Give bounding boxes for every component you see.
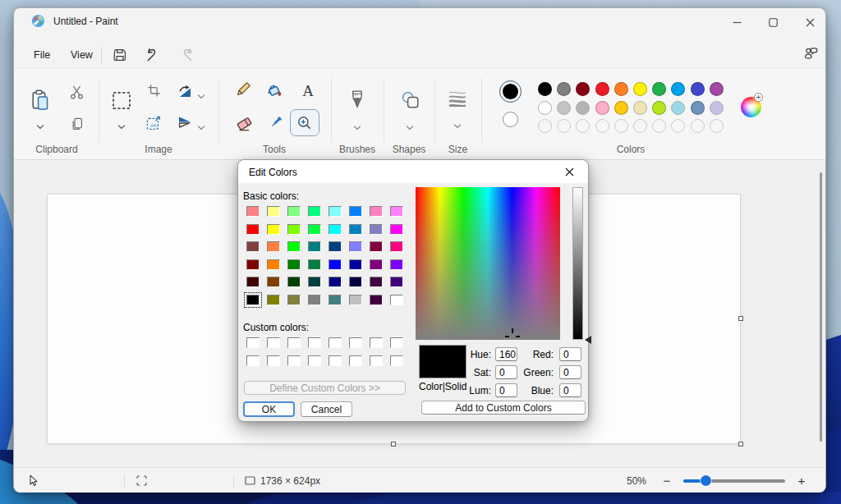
custom-color-swatch[interactable]	[329, 355, 342, 366]
zoom-out-button[interactable]: −	[659, 468, 675, 493]
basic-color-swatch[interactable]	[329, 295, 342, 305]
close-button[interactable]	[791, 8, 829, 36]
select-button[interactable]	[113, 92, 131, 109]
select-dropdown-chevron[interactable]	[117, 118, 126, 123]
basic-color-swatch[interactable]	[267, 259, 280, 270]
basic-color-swatch[interactable]	[349, 224, 362, 235]
basic-color-swatch[interactable]	[267, 241, 280, 252]
palette-color-swatch[interactable]	[614, 119, 628, 133]
basic-color-swatch[interactable]	[329, 277, 342, 287]
basic-color-swatch[interactable]	[246, 206, 260, 217]
brushes-button[interactable]	[348, 90, 366, 108]
palette-color-swatch[interactable]	[691, 119, 705, 133]
basic-color-swatch[interactable]	[370, 206, 383, 217]
basic-color-swatch[interactable]	[390, 206, 403, 217]
sat-input[interactable]: 0	[495, 365, 517, 379]
flip-dropdown-chevron[interactable]	[197, 119, 205, 124]
basic-color-swatch[interactable]	[308, 224, 321, 235]
basic-color-swatch[interactable]	[370, 295, 383, 305]
hue-input[interactable]: 160	[495, 347, 517, 361]
basic-color-swatch[interactable]	[329, 206, 342, 217]
undo-button[interactable]	[145, 47, 160, 62]
canvas-resize-handle-corner[interactable]	[738, 442, 743, 447]
basic-color-swatch[interactable]	[246, 295, 260, 305]
green-input[interactable]: 0	[559, 365, 581, 379]
custom-color-swatch[interactable]	[390, 337, 403, 348]
palette-color-swatch[interactable]	[557, 119, 571, 133]
custom-color-swatch[interactable]	[267, 337, 280, 348]
palette-color-swatch[interactable]	[614, 101, 628, 115]
palette-color-swatch[interactable]	[595, 101, 609, 115]
basic-color-swatch[interactable]	[390, 295, 403, 305]
paste-dropdown-chevron[interactable]	[36, 118, 44, 123]
palette-color-swatch[interactable]	[633, 82, 647, 96]
luminance-slider-arrow[interactable]	[585, 336, 591, 344]
basic-color-swatch[interactable]	[370, 241, 383, 252]
dialog-close-button[interactable]	[553, 160, 586, 184]
color-picker-tool-button[interactable]	[267, 115, 283, 131]
blue-input[interactable]: 0	[559, 383, 581, 397]
basic-color-swatch[interactable]	[267, 277, 280, 287]
basic-color-swatch[interactable]	[267, 224, 280, 235]
color1-swatch[interactable]	[499, 80, 522, 103]
basic-color-swatch[interactable]	[349, 241, 362, 252]
custom-color-swatch[interactable]	[349, 337, 362, 348]
palette-color-swatch[interactable]	[671, 82, 685, 96]
cut-button[interactable]	[68, 85, 85, 100]
copy-button[interactable]	[69, 116, 85, 131]
palette-color-swatch[interactable]	[595, 82, 609, 96]
basic-color-swatch[interactable]	[370, 259, 383, 270]
ok-button[interactable]: OK	[243, 401, 295, 417]
basic-color-swatch[interactable]	[246, 259, 260, 270]
palette-color-swatch[interactable]	[710, 101, 724, 115]
custom-color-swatch[interactable]	[370, 337, 383, 348]
feedback-button[interactable]	[803, 45, 819, 61]
zoom-slider-thumb[interactable]	[701, 475, 711, 486]
palette-color-swatch[interactable]	[576, 82, 590, 96]
basic-color-swatch[interactable]	[308, 206, 321, 217]
luminance-bar[interactable]	[572, 187, 583, 340]
palette-color-swatch[interactable]	[557, 101, 571, 115]
palette-color-swatch[interactable]	[710, 119, 724, 133]
palette-color-swatch[interactable]	[538, 101, 552, 115]
custom-color-swatch[interactable]	[287, 355, 301, 366]
palette-color-swatch[interactable]	[538, 82, 552, 96]
lum-input[interactable]: 0	[495, 383, 517, 397]
basic-color-swatch[interactable]	[267, 206, 280, 217]
text-tool-button[interactable]: A	[300, 83, 316, 99]
flip-button[interactable]	[177, 115, 192, 130]
palette-color-swatch[interactable]	[576, 119, 590, 133]
palette-color-swatch[interactable]	[671, 119, 685, 133]
save-button[interactable]	[112, 47, 127, 62]
basic-color-swatch[interactable]	[287, 206, 301, 217]
custom-color-swatch[interactable]	[287, 337, 301, 348]
redo-button[interactable]	[179, 47, 195, 62]
custom-color-swatch[interactable]	[267, 355, 280, 366]
basic-color-swatch[interactable]	[308, 277, 321, 287]
palette-color-swatch[interactable]	[633, 119, 647, 133]
basic-color-swatch[interactable]	[246, 224, 260, 235]
size-dropdown-chevron[interactable]	[453, 117, 462, 122]
basic-color-swatch[interactable]	[287, 295, 301, 305]
palette-color-swatch[interactable]	[576, 101, 590, 115]
custom-color-swatch[interactable]	[246, 355, 260, 366]
red-input[interactable]: 0	[559, 347, 581, 361]
canvas-resize-handle-right[interactable]	[738, 316, 743, 321]
basic-color-swatch[interactable]	[329, 259, 342, 270]
rotate-dropdown-chevron[interactable]	[197, 88, 205, 93]
cancel-button[interactable]: Cancel	[301, 401, 352, 417]
palette-color-swatch[interactable]	[691, 101, 705, 115]
basic-color-swatch[interactable]	[349, 259, 362, 270]
palette-color-swatch[interactable]	[671, 101, 685, 115]
vertical-scrollbar[interactable]	[820, 172, 822, 442]
color2-swatch[interactable]	[503, 112, 518, 127]
basic-color-swatch[interactable]	[246, 277, 260, 287]
maximize-button[interactable]	[754, 8, 792, 36]
palette-color-swatch[interactable]	[652, 101, 666, 115]
basic-color-swatch[interactable]	[390, 259, 403, 270]
custom-color-swatch[interactable]	[370, 355, 383, 366]
fill-tool-button[interactable]	[267, 82, 283, 99]
define-custom-colors-button[interactable]: Define Custom Colors >>	[244, 381, 406, 395]
menu-file[interactable]: File	[26, 46, 57, 64]
size-button[interactable]	[448, 90, 467, 107]
